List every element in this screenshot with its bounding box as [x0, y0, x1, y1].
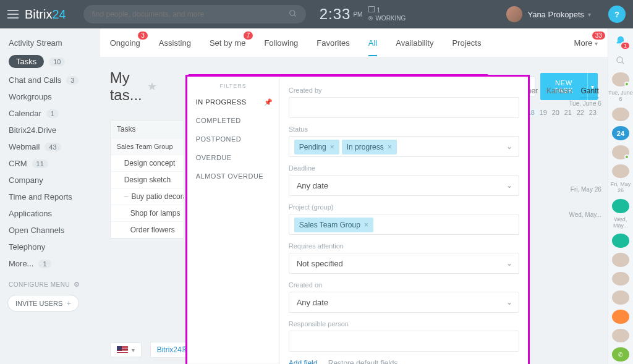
tab-following[interactable]: Following: [264, 38, 298, 48]
rail-chat-bubble[interactable]: [612, 199, 629, 213]
task-tabs: Ongoing3 Assisting Set by me7 Following …: [100, 28, 608, 57]
field-label-status: Status: [289, 125, 519, 133]
task-row[interactable]: –Buy patio decorations: [111, 188, 184, 205]
field-label-deadline: Deadline: [289, 164, 519, 172]
tab-all[interactable]: All: [368, 38, 377, 48]
rail-contact[interactable]: [612, 145, 629, 159]
user-menu-caret-icon[interactable]: ▾: [588, 11, 591, 18]
rail-contact[interactable]: [612, 272, 629, 286]
task-row[interactable]: Design concept: [111, 154, 184, 171]
chip-remove-icon[interactable]: ×: [388, 143, 392, 151]
rail-chat-bubble[interactable]: [612, 234, 629, 248]
tab-more[interactable]: More ▾33: [574, 38, 598, 48]
nav-time-reports[interactable]: Time and Reports: [0, 188, 100, 205]
nav-activity-stream[interactable]: Activity Stream: [0, 35, 100, 51]
rail-contact[interactable]: [612, 329, 629, 343]
view-mode-kanban[interactable]: Kanban: [546, 87, 572, 98]
filter-preset-inprogress[interactable]: IN PROGRESS📌: [187, 93, 279, 111]
favorite-star-icon[interactable]: ★: [147, 80, 157, 93]
status-chip-inprogress[interactable]: In progress×: [342, 140, 397, 154]
filter-preset-postponed[interactable]: POSTPONED: [187, 130, 279, 148]
field-created-by[interactable]: [289, 97, 519, 118]
notifications-button[interactable]: 1: [612, 35, 629, 49]
rail-contact[interactable]: [612, 290, 629, 305]
rail-chat-bubble[interactable]: [612, 310, 629, 324]
gear-icon: ⚙: [74, 281, 80, 289]
nav-crm[interactable]: CRM11: [0, 155, 100, 172]
nav-workgroups[interactable]: Workgroups: [0, 88, 100, 105]
rail-contact[interactable]: [612, 108, 629, 122]
task-row[interactable]: Design sketch: [111, 171, 184, 188]
logo-text-b: 24: [52, 7, 66, 21]
chevron-down-icon: ▾: [132, 347, 135, 353]
collapse-icon[interactable]: –: [124, 192, 129, 201]
pin-icon[interactable]: 📌: [264, 98, 273, 106]
nav-open-channels[interactable]: Open Channels: [0, 222, 100, 239]
field-deadline[interactable]: Any date⌄: [289, 175, 519, 196]
task-row[interactable]: Order flowers: [111, 221, 184, 238]
tab-setbyme[interactable]: Set by me7: [210, 38, 246, 48]
tab-availability[interactable]: Availability: [396, 38, 433, 48]
clock[interactable]: 2:33 PM 1 WORKING: [320, 6, 406, 23]
nav-company[interactable]: Company: [0, 172, 100, 188]
field-label-created-on: Created on: [289, 281, 519, 289]
tab-favorites[interactable]: Favorites: [316, 38, 349, 48]
nav-applications[interactable]: Applications: [0, 205, 100, 222]
help-button[interactable]: ?: [608, 6, 626, 23]
field-responsible[interactable]: [289, 331, 519, 352]
status-chip-pending[interactable]: Pending×: [294, 140, 339, 154]
invite-users-button[interactable]: INVITE USERS+: [7, 295, 79, 311]
field-label-responsible: Responsible person: [289, 320, 519, 328]
clock-flag-count: 1: [376, 7, 380, 14]
rail-contact[interactable]: [612, 164, 629, 179]
rail-contact[interactable]: [612, 253, 629, 267]
field-project[interactable]: Sales Team Group×: [289, 214, 519, 235]
tasks-list: Tasks Sales Team Group Design concept De…: [110, 120, 184, 239]
logo[interactable]: Bitrix24: [25, 7, 66, 22]
rail-contact[interactable]: [612, 72, 629, 87]
filter-preset-almost-overdue[interactable]: ALMOST OVERDUE: [187, 167, 279, 185]
user-name[interactable]: Yana Prokopets: [527, 10, 584, 19]
rail-call-button[interactable]: ✆: [612, 347, 629, 362]
working-dot-icon: [368, 16, 373, 20]
filter-preset-overdue[interactable]: OVERDUE: [187, 148, 279, 167]
rail-search-button[interactable]: [612, 54, 629, 68]
chip-remove-icon[interactable]: ×: [330, 143, 334, 151]
chip-remove-icon[interactable]: ×: [364, 221, 368, 229]
task-row[interactable]: Shop for lamps: [111, 205, 184, 221]
nav-calendar[interactable]: Calendar1: [0, 105, 100, 122]
add-field-link[interactable]: Add field: [289, 359, 318, 364]
rail-b24-icon[interactable]: 24: [612, 126, 629, 140]
tab-projects[interactable]: Projects: [452, 38, 481, 48]
filter-panel: FILTERS IN PROGRESS📌 COMPLETED POSTPONED…: [185, 75, 530, 364]
nav-more[interactable]: More...1: [0, 255, 100, 272]
tab-assisting[interactable]: Assisting: [159, 38, 191, 48]
nav-webmail[interactable]: Webmail43: [0, 138, 100, 155]
view-mode-gantt[interactable]: Gantt: [580, 87, 598, 98]
clock-ampm: PM: [353, 11, 362, 18]
search-icon: [289, 9, 297, 20]
filter-preset-completed[interactable]: COMPLETED: [187, 111, 279, 130]
configure-menu[interactable]: CONFIGURE MENU⚙: [0, 281, 100, 289]
language-selector[interactable]: ▾: [110, 342, 142, 357]
svg-point-4: [617, 57, 622, 62]
nav-telephony[interactable]: Telephony: [0, 239, 100, 255]
restore-defaults-link[interactable]: Restore default fields: [328, 359, 398, 364]
field-created-on[interactable]: Any date⌄: [289, 292, 519, 313]
global-search-input[interactable]: [92, 10, 289, 19]
tasks-group[interactable]: Sales Team Group: [111, 138, 184, 154]
svg-line-5: [622, 62, 624, 64]
tab-ongoing[interactable]: Ongoing3: [110, 38, 140, 48]
field-status[interactable]: Pending× In progress× ⌄: [289, 136, 519, 157]
nav-tasks[interactable]: Tasks10: [0, 51, 100, 72]
gantt-date-label-2: Fri, May 26: [571, 186, 601, 193]
field-requires-attention[interactable]: Not specified⌄: [289, 253, 519, 274]
rail-date: Wed, May...: [608, 217, 633, 229]
user-avatar[interactable]: [506, 6, 522, 22]
nav-drive[interactable]: Bitrix24.Drive: [0, 122, 100, 138]
project-chip[interactable]: Sales Team Group×: [294, 218, 373, 232]
global-search[interactable]: [83, 5, 306, 23]
chevron-down-icon: ▾: [595, 40, 598, 47]
hamburger-menu-icon[interactable]: [7, 10, 19, 19]
nav-chat[interactable]: Chat and Calls3: [0, 72, 100, 88]
